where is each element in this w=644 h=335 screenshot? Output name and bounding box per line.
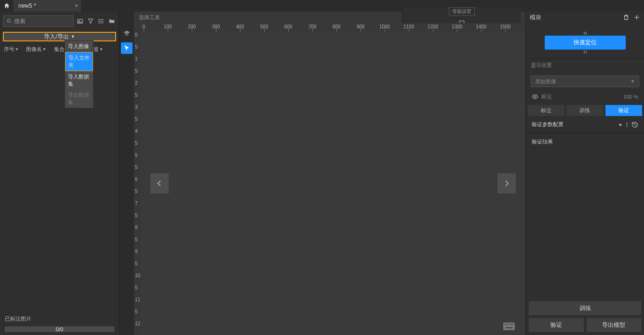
chevron-down-icon: ▼ bbox=[631, 79, 635, 84]
search-input[interactable]: 搜索 bbox=[3, 15, 74, 27]
annot-vis-label: 标注 bbox=[541, 93, 552, 100]
horizontal-ruler: 0100200300400500600700800900100011001200… bbox=[141, 23, 525, 32]
history-icon[interactable] bbox=[631, 121, 638, 128]
svg-rect-15 bbox=[510, 324, 511, 325]
verify-result-label: 验证结果 bbox=[532, 138, 553, 145]
svg-rect-14 bbox=[509, 324, 510, 325]
opacity-value: 100 % bbox=[623, 94, 638, 100]
expand-icon[interactable]: ▸ bbox=[619, 121, 622, 128]
center-canvas-area: 选择工具 母版设置 010020030040050060070080090010… bbox=[134, 12, 525, 335]
svg-point-7 bbox=[99, 19, 99, 20]
template-settings-button[interactable]: 母版设置 bbox=[449, 7, 475, 16]
display-select[interactable]: 原始图像 ▼ bbox=[531, 76, 639, 87]
eye-icon[interactable] bbox=[532, 93, 538, 100]
svg-rect-11 bbox=[503, 322, 515, 330]
keyboard-icon[interactable] bbox=[503, 322, 515, 330]
menu-import-folder[interactable]: 导入文件夹 bbox=[65, 52, 93, 71]
svg-point-0 bbox=[7, 19, 10, 22]
left-panel: 搜索 导入/导出 ▼ 序号▼ 图像名▼ 集合▼ 标签▼ 已标注图片 0/0 bbox=[0, 12, 120, 335]
svg-point-8 bbox=[99, 21, 99, 21]
search-placeholder: 搜索 bbox=[14, 17, 26, 26]
add-icon[interactable] bbox=[633, 14, 640, 21]
col-sn[interactable]: 序号▼ bbox=[3, 44, 24, 54]
menu-import-dataset[interactable]: 导入数据集 bbox=[65, 71, 93, 90]
vertical-ruler: 0515253545556575859510511512 bbox=[134, 32, 141, 335]
verify-button[interactable]: 验证 bbox=[529, 318, 584, 332]
trash-icon[interactable] bbox=[623, 14, 630, 21]
train-button[interactable]: 训练 bbox=[529, 301, 641, 315]
import-export-menu: 导入图像 导入文件夹 导入数据集 导出数据集 bbox=[65, 40, 94, 108]
chevron-down-icon: ▼ bbox=[71, 34, 75, 39]
tool-layers[interactable] bbox=[121, 28, 133, 39]
import-export-label: 导入/导出 bbox=[44, 33, 68, 41]
svg-point-3 bbox=[79, 20, 80, 21]
home-button[interactable] bbox=[0, 0, 13, 12]
svg-rect-13 bbox=[507, 324, 508, 325]
svg-rect-16 bbox=[512, 324, 513, 325]
image-filter-icon[interactable] bbox=[76, 17, 84, 26]
col-name[interactable]: 图像名▼ bbox=[25, 44, 52, 54]
import-export-button[interactable]: 导入/导出 ▼ bbox=[3, 32, 116, 41]
tool-column bbox=[120, 12, 134, 335]
labeled-count-label: 已标注图片 bbox=[5, 315, 114, 322]
folder-icon[interactable] bbox=[107, 17, 116, 26]
export-model-button[interactable]: 导出模型 bbox=[587, 318, 642, 332]
divider: | bbox=[626, 121, 628, 128]
column-headers: 序号▼ 图像名▼ 集合▼ 标签▼ bbox=[0, 43, 119, 55]
svg-rect-17 bbox=[506, 327, 512, 328]
modules-title: 模块 bbox=[530, 13, 541, 22]
menu-export-dataset: 导出数据集 bbox=[65, 90, 93, 108]
svg-point-9 bbox=[99, 23, 99, 23]
search-icon bbox=[6, 18, 12, 24]
grip-icon bbox=[583, 51, 587, 53]
svg-point-20 bbox=[534, 96, 536, 98]
close-tab-icon[interactable]: × bbox=[75, 2, 78, 9]
tab-annot[interactable]: 标注 bbox=[528, 105, 564, 116]
next-image-button[interactable] bbox=[497, 173, 516, 193]
right-panel: 模块 快速定位 显示设置 原始图像 ▼ 标注 100 % 标注 训练 验证 bbox=[525, 12, 644, 335]
funnel-icon[interactable] bbox=[86, 17, 95, 26]
file-tab-label: new5 * bbox=[18, 2, 36, 9]
progress-bar: 0/0 bbox=[5, 326, 114, 332]
file-tab[interactable]: new5 * × bbox=[13, 0, 81, 12]
prev-image-button[interactable] bbox=[150, 173, 169, 193]
grip-icon bbox=[583, 32, 587, 35]
tab-train[interactable]: 训练 bbox=[566, 105, 603, 116]
svg-line-1 bbox=[10, 22, 12, 24]
tab-verify[interactable]: 验证 bbox=[605, 105, 642, 116]
tool-select[interactable] bbox=[121, 42, 133, 54]
menu-import-image[interactable]: 导入图像 bbox=[65, 41, 93, 52]
display-section-title: 显示设置 bbox=[526, 58, 644, 72]
tool-label: 选择工具 bbox=[139, 14, 160, 21]
verify-config-label: 验证参数配置 bbox=[532, 121, 564, 128]
list-icon[interactable] bbox=[97, 17, 106, 26]
canvas[interactable] bbox=[141, 32, 525, 335]
svg-rect-12 bbox=[505, 324, 506, 325]
quick-locate-button[interactable]: 快速定位 bbox=[545, 36, 626, 50]
